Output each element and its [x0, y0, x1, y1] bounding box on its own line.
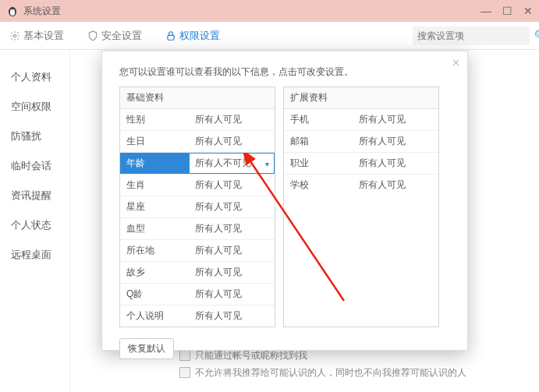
tab-security[interactable]: 安全设置	[87, 29, 142, 43]
table-row[interactable]: 个人说明所有人可见	[120, 305, 275, 327]
chevron-down-icon: ▾	[265, 160, 269, 168]
field-name: Q龄	[120, 284, 189, 305]
sidebar-item-profile[interactable]: 个人资料	[0, 62, 69, 92]
tab-basic[interactable]: 基本设置	[9, 29, 64, 43]
sidebar-item-remote[interactable]: 远程桌面	[0, 240, 69, 270]
table-row[interactable]: 故乡所有人可见	[120, 262, 275, 284]
search-input[interactable]	[417, 30, 534, 41]
table-header: 扩展资料	[284, 87, 438, 109]
table-row[interactable]: 生日所有人可见	[120, 131, 275, 153]
table-row[interactable]: 职业所有人可见	[284, 153, 438, 175]
sidebar-item-tempsession[interactable]: 临时会话	[0, 151, 69, 181]
field-visibility[interactable]: 所有人可见	[353, 153, 438, 174]
minimize-icon[interactable]: —	[480, 5, 491, 17]
window-controls: — ☐ ✕	[480, 5, 533, 17]
sidebar: 个人资料 空间权限 防骚扰 临时会话 资讯提醒 个人状态 远程桌面	[0, 50, 70, 392]
field-visibility[interactable]: 所有人可见	[189, 284, 275, 305]
table-row[interactable]: 所在地所有人可见	[120, 240, 275, 262]
search-container: 🔍	[413, 26, 530, 45]
svg-point-6	[12, 10, 13, 11]
field-visibility[interactable]: 所有人可见	[189, 218, 275, 239]
field-name: 血型	[120, 218, 189, 239]
gear-icon	[9, 30, 20, 41]
field-visibility[interactable]: 所有人可见	[189, 305, 275, 327]
field-name: 星座	[120, 196, 189, 217]
sidebar-item-antiharass[interactable]: 防骚扰	[0, 122, 69, 151]
tab-permissions[interactable]: 权限设置	[165, 29, 220, 43]
svg-point-5	[13, 9, 14, 10]
search-icon[interactable]: 🔍	[534, 30, 539, 41]
field-name: 年龄	[120, 153, 189, 174]
tab-label: 权限设置	[179, 29, 220, 43]
svg-rect-8	[168, 35, 174, 40]
field-name: 所在地	[120, 240, 189, 261]
field-name: 手机	[284, 109, 353, 130]
field-visibility[interactable]: 所有人可见	[189, 196, 275, 217]
extended-info-table: 扩展资料 手机所有人可见邮箱所有人可见职业所有人可见学校所有人可见	[283, 87, 439, 327]
tab-label: 安全设置	[101, 29, 142, 43]
svg-point-4	[11, 9, 12, 10]
table-row[interactable]: 性别所有人可见	[120, 109, 275, 131]
option-label: 不允许将我推荐给可能认识的人，同时也不向我推荐可能认识的人	[195, 367, 466, 378]
field-name: 故乡	[120, 262, 189, 283]
field-visibility[interactable]: 所有人可见	[189, 131, 275, 152]
sidebar-item-news[interactable]: 资讯提醒	[0, 181, 69, 210]
maximize-icon[interactable]: ☐	[502, 5, 512, 17]
checkbox-icon[interactable]	[179, 367, 190, 378]
visibility-dialog: × 您可以设置谁可以查看我的以下信息，点击可改变设置。 基础资料 性别所有人可见…	[101, 51, 468, 351]
field-visibility[interactable]: 所有人可见	[189, 175, 275, 196]
field-name: 生肖	[120, 175, 189, 196]
field-visibility[interactable]: 所有人可见	[189, 109, 275, 130]
table-header: 基础资料	[120, 87, 275, 109]
lock-icon	[165, 30, 176, 41]
table-row[interactable]: Q龄所有人可见	[120, 284, 275, 305]
shield-icon	[87, 30, 98, 41]
table-row[interactable]: 生肖所有人可见	[120, 175, 275, 196]
restore-default-button[interactable]: 恢复默认	[119, 338, 174, 359]
table-row[interactable]: 学校所有人可见	[284, 175, 438, 196]
table-row[interactable]: 手机所有人可见	[284, 109, 438, 131]
close-icon[interactable]: ✕	[523, 5, 533, 17]
field-name: 学校	[284, 175, 353, 196]
field-visibility[interactable]: 所有人可见	[189, 262, 275, 283]
field-name: 生日	[120, 131, 189, 152]
title-bar: 系统设置 — ☐ ✕	[0, 0, 539, 22]
table-row[interactable]: 邮箱所有人可见	[284, 131, 438, 153]
window-title: 系统设置	[23, 5, 61, 18]
field-visibility[interactable]: 所有人可见	[353, 175, 438, 196]
toolbar: 基本设置 安全设置 权限设置 🔍	[0, 22, 539, 50]
field-visibility[interactable]: 所有人可见	[353, 131, 438, 152]
field-visibility[interactable]: 所有人不可见▾	[189, 153, 275, 174]
table-row[interactable]: 星座所有人可见	[120, 196, 275, 218]
basic-info-table: 基础资料 性别所有人可见生日所有人可见年龄所有人不可见▾生肖所有人可见星座所有人…	[119, 87, 275, 327]
field-visibility[interactable]: 所有人可见	[189, 240, 275, 261]
dialog-close-icon[interactable]: ×	[452, 56, 459, 70]
svg-point-7	[13, 34, 16, 37]
penguin-icon	[6, 5, 19, 17]
dialog-intro: 您可以设置谁可以查看我的以下信息，点击可改变设置。	[119, 65, 450, 79]
field-name: 职业	[284, 153, 353, 174]
restore-container: 恢复默认	[119, 338, 450, 359]
field-name: 个人说明	[120, 305, 189, 327]
table-row[interactable]: 年龄所有人不可见▾	[120, 153, 275, 175]
field-name: 邮箱	[284, 131, 353, 152]
field-name: 性别	[120, 109, 189, 130]
table-row[interactable]: 血型所有人可见	[120, 218, 275, 240]
sidebar-item-status[interactable]: 个人状态	[0, 210, 69, 240]
tab-label: 基本设置	[23, 29, 64, 43]
field-visibility[interactable]: 所有人可见	[353, 109, 438, 130]
sidebar-item-space[interactable]: 空间权限	[0, 92, 69, 122]
